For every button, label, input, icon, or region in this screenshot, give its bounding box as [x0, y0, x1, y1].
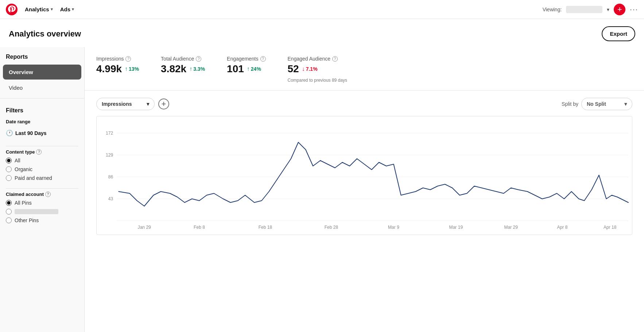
export-button[interactable]: Export — [602, 26, 635, 41]
more-options-button[interactable]: ··· — [630, 5, 638, 13]
x-label-apr8: Apr 8 — [557, 225, 568, 230]
claimed-account-other-pins-radio[interactable] — [6, 217, 12, 223]
engagements-change: ↑ 24% — [247, 66, 261, 72]
content-type-all-label: All — [15, 158, 20, 163]
content-type-info-icon[interactable]: ? — [36, 149, 42, 155]
analytics-nav-label: Analytics — [25, 6, 49, 12]
content-type-paid-radio[interactable] — [6, 175, 12, 181]
content-type-all[interactable]: All — [6, 158, 78, 163]
x-label-feb8: Feb 8 — [194, 225, 205, 230]
engagements-info-icon[interactable]: ? — [260, 56, 266, 62]
claimed-account-all-pins-label: All Pins — [15, 200, 32, 206]
content-type-paid[interactable]: Paid and earned — [6, 175, 78, 181]
metric-dropdown-chevron-icon: ▾ — [147, 101, 149, 107]
sidebar-item-overview-label: Overview — [9, 69, 33, 75]
filter-divider-2 — [6, 188, 78, 189]
svg-point-0 — [6, 4, 18, 15]
content-type-label: Content type ? — [6, 149, 78, 155]
claimed-account-blurred-radio[interactable] — [6, 209, 12, 215]
date-range-value: Last 90 Days — [15, 130, 47, 136]
chart-line — [119, 142, 628, 206]
claimed-account-other-pins[interactable]: Other Pins — [6, 217, 78, 223]
filter-divider-1 — [6, 146, 78, 146]
sidebar-divider — [0, 98, 84, 99]
viewing-label: Viewing: — [543, 7, 562, 12]
x-label-mar9: Mar 9 — [388, 225, 399, 230]
ads-nav-item[interactable]: Ads ▾ — [60, 6, 74, 12]
metric-engagements: Engagements ? 101 ↑ 24% — [227, 56, 265, 75]
y-label-129: 129 — [106, 153, 113, 158]
metric-engaged-audience: Engaged Audience ? 52 ↓ 7.1% Compared to… — [288, 56, 347, 83]
split-dropdown[interactable]: No Split ▾ — [581, 98, 632, 110]
content-type-options: All Organic Paid and earned — [6, 158, 78, 181]
engagements-up-arrow-icon: ↑ — [247, 66, 250, 72]
metric-dropdown-label: Impressions — [102, 101, 132, 107]
chart-area: Impressions ▾ + Split by No Split ▾ — [85, 90, 644, 242]
engaged-audience-info-icon[interactable]: ? — [332, 56, 338, 62]
add-account-button[interactable]: + — [614, 4, 625, 15]
y-label-86: 86 — [108, 174, 113, 179]
viewing-account-chevron[interactable]: ▾ — [607, 7, 609, 12]
impressions-change: ↑ 13% — [125, 66, 139, 72]
impressions-info-icon[interactable]: ? — [125, 56, 131, 62]
claimed-account-other-pins-label: Other Pins — [15, 217, 39, 223]
metrics-bar: Impressions ? 4.99k ↑ 13% Total Audience… — [85, 47, 644, 90]
x-label-jan29: Jan 29 — [138, 225, 151, 230]
chart-container: 172 129 86 43 Jan 29 Feb 8 Feb 18 Feb 28… — [96, 116, 632, 235]
content-type-organic[interactable]: Organic — [6, 166, 78, 172]
claimed-account-all-pins-radio[interactable] — [6, 200, 12, 206]
impressions-chart: 172 129 86 43 Jan 29 Feb 8 Feb 18 Feb 28… — [97, 122, 632, 232]
content-type-organic-label: Organic — [15, 166, 32, 172]
x-label-mar19: Mar 19 — [449, 225, 463, 230]
claimed-account-info-icon[interactable]: ? — [45, 192, 51, 197]
total-audience-info-icon[interactable]: ? — [196, 56, 201, 62]
x-label-feb18: Feb 18 — [259, 225, 272, 230]
split-dropdown-chevron-icon: ▾ — [624, 101, 627, 107]
ads-chevron-icon: ▾ — [72, 7, 74, 12]
split-dropdown-label: No Split — [587, 101, 606, 107]
main-area: Reports Overview Video Filters Date rang… — [0, 47, 644, 332]
sidebar-item-video[interactable]: Video — [3, 80, 81, 95]
engaged-audience-change: ↓ 7.1% — [302, 66, 318, 72]
total-audience-up-arrow-icon: ↑ — [189, 66, 192, 72]
nav-left: Analytics ▾ Ads ▾ — [6, 4, 74, 15]
chart-controls: Impressions ▾ + Split by No Split ▾ — [96, 98, 632, 110]
x-label-apr18: Apr 18 — [604, 225, 617, 230]
total-audience-change: ↑ 3.3% — [189, 66, 205, 72]
engagements-label: Engagements ? — [227, 56, 265, 62]
chart-controls-left: Impressions ▾ + — [96, 98, 169, 110]
date-range-button[interactable]: 🕐 Last 90 Days — [6, 127, 47, 139]
engaged-audience-label: Engaged Audience ? — [288, 56, 347, 62]
filters-heading: Filters — [6, 107, 78, 114]
impressions-label: Impressions ? — [96, 56, 139, 62]
x-label-feb28: Feb 28 — [325, 225, 338, 230]
clock-icon: 🕐 — [6, 130, 13, 136]
impressions-value: 4.99k ↑ 13% — [96, 63, 139, 75]
pinterest-logo-icon[interactable] — [6, 4, 18, 15]
split-by-controls: Split by No Split ▾ — [562, 98, 632, 110]
claimed-account-all-pins[interactable]: All Pins — [6, 200, 78, 206]
analytics-nav-item[interactable]: Analytics ▾ — [25, 6, 53, 12]
sidebar-item-overview[interactable]: Overview — [3, 65, 81, 80]
sidebar-filters: Filters Date range 🕐 Last 90 Days Conten… — [0, 101, 84, 223]
content-type-all-radio[interactable] — [6, 158, 12, 163]
claimed-account-blurred-label — [15, 209, 58, 214]
metric-dropdown[interactable]: Impressions ▾ — [96, 98, 155, 110]
add-metric-button[interactable]: + — [158, 99, 169, 109]
metric-impressions: Impressions ? 4.99k ↑ 13% — [96, 56, 139, 75]
engaged-audience-down-arrow-icon: ↓ — [302, 66, 305, 72]
top-navigation: Analytics ▾ Ads ▾ Viewing: ▾ + ··· — [0, 0, 644, 19]
content-type-filter: Content type ? All Organic Paid and earn… — [6, 149, 78, 181]
impressions-up-arrow-icon: ↑ — [125, 66, 128, 72]
nav-right: Viewing: ▾ + ··· — [543, 4, 638, 15]
viewing-account-display — [566, 6, 602, 13]
date-range-label: Date range — [6, 119, 78, 124]
date-range-filter: Date range 🕐 Last 90 Days — [6, 119, 78, 139]
split-by-label: Split by — [562, 101, 578, 107]
content-area: Impressions ? 4.99k ↑ 13% Total Audience… — [85, 47, 644, 332]
engagements-value: 101 ↑ 24% — [227, 63, 265, 75]
content-type-organic-radio[interactable] — [6, 166, 12, 172]
sidebar: Reports Overview Video Filters Date rang… — [0, 47, 85, 332]
claimed-account-blurred[interactable] — [6, 209, 78, 215]
engaged-audience-value: 52 ↓ 7.1% — [288, 63, 347, 75]
